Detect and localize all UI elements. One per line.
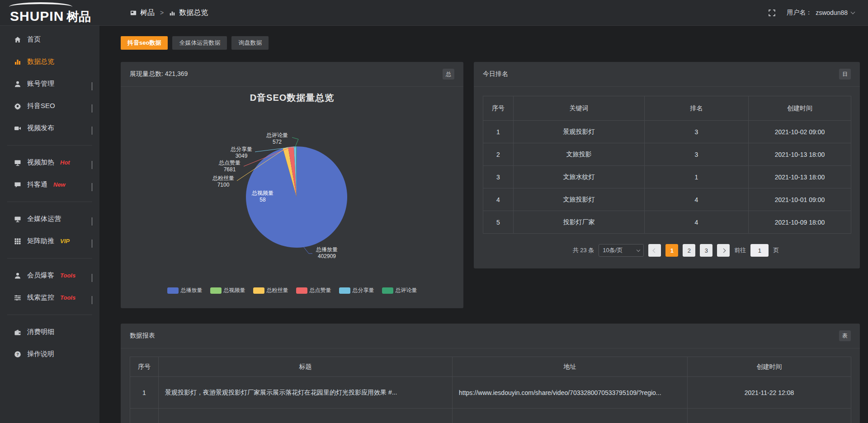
app-square-icon xyxy=(130,10,137,16)
impressions-overview-panel: 展现量总数: 421,369 总 D音SEO数据量总览 总评论量572 总分享量… xyxy=(121,62,463,308)
table-row: 3文旅水纹灯12021-10-13 18:00 xyxy=(483,166,851,188)
chevron-down-icon xyxy=(92,82,92,90)
page-size-select[interactable]: 10条/页 xyxy=(599,244,644,257)
pie-label-fans: 总粉丝量7100 xyxy=(209,175,237,188)
question-circle-icon: ? xyxy=(14,350,21,358)
user-icon xyxy=(14,272,21,279)
chart-legend: 总播放量 总视频量 总粉丝量 总点赞量 总分享量 总评论量 xyxy=(121,287,463,294)
page-button-1[interactable]: 1 xyxy=(665,244,678,257)
monitor-icon xyxy=(14,159,21,166)
breadcrumb-home[interactable]: 树品 xyxy=(140,8,155,18)
sidebar-item-account[interactable]: 账号管理 xyxy=(0,73,99,95)
sidebar-item-consumption-detail[interactable]: 消费明细 xyxy=(0,321,99,343)
sidebar-item-data-overview[interactable]: 数据总览 xyxy=(0,51,99,73)
goto-page-input[interactable] xyxy=(750,244,769,257)
gear-icon xyxy=(14,102,21,110)
sidebar-item-matrix-boost[interactable]: 矩阵助推 VIP xyxy=(0,230,99,252)
chevron-left-icon xyxy=(652,248,657,253)
table-header-row: 序号 标题 地址 创建时间 xyxy=(130,357,851,377)
sidebar-item-home[interactable]: 首页 xyxy=(0,28,99,51)
sidebar-item-label: 矩阵助推 xyxy=(27,237,54,245)
chevron-down-icon xyxy=(92,274,92,282)
legend-item[interactable]: 总点赞量 xyxy=(296,287,331,294)
sidebar-item-label: 会员爆客 xyxy=(27,271,54,280)
sidebar-item-label: 抖客通 xyxy=(27,180,47,189)
legend-item[interactable]: 总粉丝量 xyxy=(253,287,288,294)
video-camera-icon xyxy=(14,124,21,132)
col-created: 创建时间 xyxy=(749,96,851,121)
sidebar-item-member-baoke[interactable]: 会员爆客 Tools xyxy=(0,264,99,287)
prev-page-button[interactable] xyxy=(648,244,661,257)
sidebar-item-label: 数据总览 xyxy=(27,57,54,66)
menu-divider xyxy=(7,145,92,146)
sidebar-item-label: 视频发布 xyxy=(27,124,54,132)
pie-label-plays: 总播放量402909 xyxy=(311,246,343,260)
next-page-button[interactable] xyxy=(717,244,730,257)
sidebar-item-label: 账号管理 xyxy=(27,80,54,88)
chevron-down-icon xyxy=(92,296,92,304)
sidebar-item-douketong[interactable]: 抖客通 New xyxy=(0,174,99,196)
logo-arc-decoration xyxy=(9,2,72,11)
menu-divider xyxy=(7,202,92,202)
legend-swatch xyxy=(210,287,222,294)
chevron-down-icon xyxy=(92,183,92,191)
page-button-2[interactable]: 2 xyxy=(683,244,695,257)
pie-label-shares: 总分享量3049 xyxy=(227,146,255,160)
legend-swatch xyxy=(296,287,307,294)
svg-text:?: ? xyxy=(16,352,19,357)
logo-text-cn: 树品 xyxy=(66,11,91,23)
ranking-table: 序号 关键词 排名 创建时间 1景观投影灯32021-10-02 09:00 2… xyxy=(483,96,851,234)
app-logo: SHUPIN 树品 xyxy=(0,0,99,26)
fullscreen-icon[interactable] xyxy=(768,9,776,17)
pie-label-likes: 总点赞量7681 xyxy=(216,160,244,173)
user-menu[interactable]: 用户名：zswodun88 xyxy=(787,9,854,17)
legend-item[interactable]: 总分享量 xyxy=(339,287,374,294)
col-index: 序号 xyxy=(483,96,514,121)
legend-swatch xyxy=(253,287,264,294)
day-view-button[interactable]: 日 xyxy=(839,69,851,80)
legend-item[interactable]: 总播放量 xyxy=(167,287,203,294)
tab-media-operation-data[interactable]: 全媒体运营数据 xyxy=(172,36,227,50)
video-title: 景观投影灯，夜游景观投影灯厂家展示展示落花灯在花园里的灯光投影应用效果 #... xyxy=(159,377,453,409)
logo-text-en: SHUPIN xyxy=(10,9,64,23)
video-link[interactable]: https://www.iesdouyin.com/share/video/70… xyxy=(453,377,688,409)
sidebar-item-label: 操作说明 xyxy=(27,350,54,358)
legend-swatch xyxy=(339,287,350,294)
tab-douyin-seo-data[interactable]: 抖音seo数据 xyxy=(121,36,168,50)
legend-swatch xyxy=(382,287,393,294)
page-button-3[interactable]: 3 xyxy=(700,244,712,257)
new-badge: New xyxy=(53,181,66,188)
sidebar-item-video-heat[interactable]: 视频加热 Hot xyxy=(0,151,99,174)
monitor-icon xyxy=(14,215,21,223)
table-row xyxy=(130,409,851,423)
legend-item[interactable]: 总视频量 xyxy=(210,287,245,294)
table-row: 5投影灯厂家42021-10-09 18:00 xyxy=(483,211,851,234)
breadcrumb-separator: > xyxy=(160,9,164,16)
user-icon xyxy=(14,80,21,88)
pie-chart: D音SEO数据量总览 总评论量572 总分享量3049 总点赞量7681 总粉丝… xyxy=(121,62,463,308)
bar-chart-icon xyxy=(169,10,175,16)
legend-swatch xyxy=(167,287,179,294)
total-view-button[interactable]: 总 xyxy=(443,69,454,80)
col-keyword: 关键词 xyxy=(514,96,645,121)
menu-divider xyxy=(7,315,92,315)
grid-icon xyxy=(14,237,21,245)
col-url: 地址 xyxy=(453,357,688,377)
goto-suffix: 页 xyxy=(773,246,779,254)
chart-title: D音SEO数据量总览 xyxy=(121,92,463,104)
data-tabs: 抖音seo数据 全媒体运营数据 询盘数据 xyxy=(121,36,269,50)
sidebar-item-clue-monitor[interactable]: 线索监控 Tools xyxy=(0,287,99,309)
sidebar-item-media-operation[interactable]: 全媒体运营 xyxy=(0,208,99,230)
sidebar-item-douyin-seo[interactable]: 抖音SEO xyxy=(0,95,99,117)
legend-item[interactable]: 总评论量 xyxy=(382,287,417,294)
table-header-row: 序号 关键词 排名 创建时间 xyxy=(483,96,851,121)
sidebar-item-label: 全媒体运营 xyxy=(27,215,61,223)
table-row: 4文旅投影灯42021-10-01 09:00 xyxy=(483,188,851,211)
sidebar-item-instructions[interactable]: ? 操作说明 xyxy=(0,343,99,365)
sidebar-item-label: 视频加热 xyxy=(27,158,54,167)
breadcrumb-current[interactable]: 数据总览 xyxy=(179,8,208,18)
pie-label-comments: 总评论量572 xyxy=(261,132,293,146)
tab-inquiry-data[interactable]: 询盘数据 xyxy=(231,36,269,50)
sidebar-item-video-publish[interactable]: 视频发布 xyxy=(0,117,99,139)
table-view-button[interactable]: 表 xyxy=(839,330,851,341)
